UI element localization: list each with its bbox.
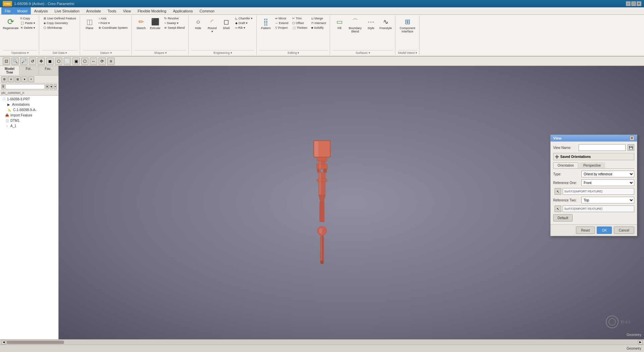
- window-controls[interactable]: ─ □ ✕: [626, 1, 641, 6]
- tree-item-annotations[interactable]: ▶ Annotations: [1, 102, 58, 107]
- tab-perspective[interactable]: Perspective: [579, 162, 605, 168]
- ref-two-select[interactable]: Front Back Top Bottom Left Right: [581, 197, 634, 203]
- coord-sys-button[interactable]: ⊕ Coordinate System: [97, 25, 129, 30]
- delete-button[interactable]: ✕ Delete ▾: [19, 25, 37, 30]
- tree-settings-button[interactable]: ⚙: [1, 76, 7, 82]
- scrollbar-horizontal[interactable]: ◀ ▶: [0, 339, 644, 345]
- tab-orientation[interactable]: Orientation: [553, 162, 578, 168]
- revolve-button[interactable]: ↻ Revolve: [163, 16, 186, 21]
- menu-applications[interactable]: Applications: [170, 7, 196, 14]
- scroll-left-button[interactable]: ◀: [1, 340, 6, 345]
- search-add-button[interactable]: +: [54, 84, 57, 89]
- close-button[interactable]: ✕: [637, 1, 641, 6]
- filter-button[interactable]: ⊽: [1, 84, 5, 89]
- boundary-blend-button[interactable]: ⌒ Boundary Blend: [347, 16, 364, 34]
- orient-button[interactable]: ⟳: [99, 58, 106, 65]
- search-clear-button[interactable]: ✕: [46, 84, 49, 89]
- project-button[interactable]: ▽ Project: [273, 25, 290, 30]
- fill-button[interactable]: ▭ Fill: [333, 16, 346, 31]
- sweep-button[interactable]: ~ Sweep ▾: [163, 21, 186, 25]
- tree-item-part[interactable]: 📄 1-66098-9.PRT: [1, 96, 58, 102]
- round-button[interactable]: ◜ Round ▾: [205, 16, 219, 34]
- search-options-button[interactable]: ▾: [50, 84, 53, 89]
- tree-item-import-feature[interactable]: 📥 Import Feature: [1, 112, 58, 118]
- cancel-button[interactable]: Cancel: [614, 227, 634, 234]
- style-button[interactable]: ⋯ Style: [364, 16, 378, 31]
- view-dialog-close-button[interactable]: ✕: [630, 136, 634, 141]
- tree-item-dtm1[interactable]: ◫ DTM1: [1, 118, 58, 123]
- shrinkwrap-button[interactable]: ⬡ Shrinkwrap: [42, 25, 78, 30]
- extend-button[interactable]: ↔ Extend: [273, 21, 290, 25]
- hidden-lines-button[interactable]: ⬜: [64, 58, 71, 65]
- user-defined-feature-button[interactable]: ⊞ User-Defined Feature: [42, 16, 78, 21]
- menu-model[interactable]: Model: [14, 7, 31, 14]
- point-button[interactable]: • Point ▾: [97, 21, 129, 25]
- zoom-in-button[interactable]: 🔍: [11, 58, 19, 65]
- component-interface-button[interactable]: ⊞ Component Interface: [398, 16, 417, 34]
- offset-button[interactable]: ⬡ Offset: [291, 21, 309, 25]
- minimize-button[interactable]: ─: [626, 1, 631, 6]
- copy-button[interactable]: ⎘ Copy: [19, 16, 37, 21]
- menu-annotate[interactable]: Annotate: [83, 7, 104, 14]
- view-name-input[interactable]: [579, 144, 626, 151]
- plane-button[interactable]: ◫ Plane: [83, 16, 96, 31]
- zoom-fit-button[interactable]: ⊡: [3, 58, 10, 65]
- scroll-right-button[interactable]: ▶: [638, 340, 643, 345]
- regenerate-button[interactable]: ⟳ Regenerate: [3, 16, 18, 31]
- swept-blend-button[interactable]: ≋ Swept Blend: [163, 25, 186, 30]
- hole-button[interactable]: ○ Hole: [191, 16, 205, 31]
- draft-button[interactable]: ◆ Draft ▾: [234, 21, 254, 25]
- no-hidden-button[interactable]: ▣: [72, 58, 80, 65]
- viewport[interactable]: View ✕ View Name: 💾 ➕ Saved Orientations…: [59, 66, 644, 339]
- shell-button[interactable]: ◻ Shell: [219, 16, 233, 31]
- perspective-button[interactable]: ⬡: [81, 58, 88, 65]
- tree-item-a1[interactable]: ↕ A_1: [1, 123, 58, 128]
- intersect-button[interactable]: ⊓ Intersect: [310, 21, 328, 25]
- merge-button[interactable]: ⊔ Merge: [310, 16, 328, 21]
- menu-view[interactable]: View: [120, 7, 134, 14]
- mirror-button[interactable]: ⇔ Mirror: [273, 16, 290, 21]
- ref-two-pick-button[interactable]: ↖: [555, 205, 561, 212]
- menu-common[interactable]: Common: [196, 7, 218, 14]
- menu-file[interactable]: File: [1, 7, 14, 14]
- display-style-button[interactable]: ≡: [107, 58, 115, 65]
- scroll-thumb[interactable]: [7, 341, 64, 344]
- solidify-button[interactable]: ■ Solidify: [310, 25, 328, 30]
- view-name-save-button[interactable]: 💾: [628, 144, 634, 151]
- menu-tools[interactable]: Tools: [104, 7, 120, 14]
- ok-button[interactable]: OK: [597, 227, 611, 234]
- paste-button[interactable]: 📋 Paste ▾: [19, 21, 37, 25]
- tree-view-button[interactable]: ⊞: [15, 76, 21, 82]
- shading-button[interactable]: ◼: [46, 58, 54, 65]
- search-input[interactable]: [5, 84, 45, 89]
- default-button[interactable]: Default: [553, 214, 573, 222]
- ref-one-select[interactable]: Front Back Top Bottom Left Right: [581, 179, 634, 186]
- sidebar-tab-favorites[interactable]: Fav..: [39, 66, 58, 75]
- trim-button[interactable]: ✂ Trim: [291, 16, 309, 21]
- chamfer-button[interactable]: ◺ Chamfer ▾: [234, 16, 254, 21]
- extrude-button[interactable]: ⬛ Extrude: [148, 16, 162, 31]
- rib-button[interactable]: ═ Rib ▾: [234, 25, 254, 30]
- thicken-button[interactable]: ⬜ Thicken: [291, 25, 309, 30]
- axis-button[interactable]: ↕ Axis: [97, 16, 129, 21]
- freestyle-button[interactable]: ∿ Freestyle: [378, 16, 393, 31]
- sketch-button[interactable]: ✏ Sketch: [134, 16, 148, 31]
- copy-geometry-button[interactable]: ◈ Copy Geometry: [42, 21, 78, 25]
- wireframe-button[interactable]: ⬡: [55, 58, 62, 65]
- ref-one-pick-button[interactable]: ↖: [555, 188, 561, 195]
- zoom-out-button[interactable]: 🔎: [20, 58, 27, 65]
- tree-add-button[interactable]: +: [28, 76, 34, 82]
- tree-options-button[interactable]: ▾: [21, 76, 27, 82]
- menu-flexible-modeling[interactable]: Flexible Modeling: [134, 7, 170, 14]
- restore-button[interactable]: □: [631, 1, 636, 6]
- tree-sort-button[interactable]: ≡: [8, 76, 14, 82]
- type-select[interactable]: Orient by reference Dynamic Orient Prefe…: [581, 171, 634, 177]
- pattern-button[interactable]: ⣿ Pattern: [259, 16, 273, 31]
- reset-button[interactable]: Reset: [576, 227, 595, 234]
- pan-button[interactable]: ✥: [38, 58, 45, 65]
- ref-two-input[interactable]: [563, 205, 634, 212]
- spin-button[interactable]: ↺: [29, 58, 36, 65]
- menu-analysis[interactable]: Analysis: [31, 7, 51, 14]
- sidebar-tab-folder[interactable]: Fol..: [19, 66, 39, 75]
- sidebar-tab-model-tree[interactable]: Model Tree: [0, 66, 19, 75]
